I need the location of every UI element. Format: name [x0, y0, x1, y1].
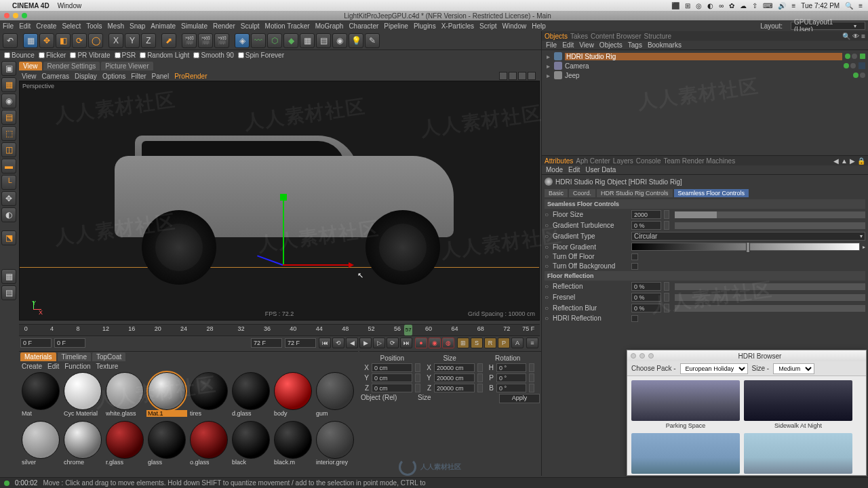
menu-motiontracker[interactable]: Motion Tracker	[265, 22, 310, 30]
nav-back-icon[interactable]: ◀	[833, 157, 839, 165]
objects-tab[interactable]: Objects	[545, 33, 568, 40]
obj-menu-file[interactable]: File	[546, 41, 557, 49]
spinner[interactable]	[477, 373, 483, 382]
play-button[interactable]: ▶	[359, 338, 372, 348]
spinforever-toggle[interactable]: Spin Forever	[238, 52, 284, 59]
menu-animate[interactable]: Animate	[151, 22, 176, 30]
goto-start-button[interactable]: ⏮	[319, 338, 331, 348]
grad-turb-slider[interactable]	[675, 222, 865, 229]
timeline-tab[interactable]: Timeline	[58, 352, 91, 361]
disclosure-icon[interactable]: ▸	[545, 53, 551, 60]
aphcenter-tab[interactable]: Aph Center	[576, 157, 610, 165]
preview-end-field[interactable]: 72 F	[251, 338, 282, 348]
pos-key-button[interactable]: ⊞	[457, 338, 469, 348]
prvibrate-toggle[interactable]: PR Vibrate	[70, 52, 110, 59]
teamrender-tab[interactable]: Team Render Machines	[664, 157, 736, 165]
turn-off-floor-checkbox[interactable]	[631, 253, 638, 260]
environment-button[interactable]: ▦	[300, 33, 315, 48]
topcoat-tab[interactable]: TopCoat	[92, 352, 125, 361]
traffic-lights[interactable]	[4, 13, 27, 18]
rotation-field[interactable]: 0 °	[496, 384, 526, 392]
planar-workplane-button[interactable]: ▤	[1, 285, 16, 300]
workplane-button[interactable]: ▤	[1, 110, 16, 125]
floor-size-slider[interactable]	[675, 211, 865, 218]
scale-key-button[interactable]: S	[471, 338, 483, 348]
viewport-nav-icon[interactable]	[499, 72, 507, 80]
spline-button[interactable]: 〰	[251, 33, 266, 48]
object-name[interactable]: Camera	[565, 62, 841, 70]
view-tab-view[interactable]: View	[19, 62, 42, 70]
prev-frame-button[interactable]: ◀	[346, 338, 358, 348]
tag-icon[interactable]	[860, 54, 865, 59]
menu-character[interactable]: Character	[349, 22, 378, 30]
viewport-nav-icon[interactable]	[518, 72, 526, 80]
deformer-button[interactable]: ◆	[283, 33, 298, 48]
rotate-tool[interactable]: ⟳	[72, 33, 87, 48]
structure-tab[interactable]: Structure	[644, 33, 672, 40]
scene-light-button[interactable]: 💡	[349, 33, 363, 48]
prev-key-button[interactable]: ⟲	[332, 338, 344, 348]
vmenu-cameras[interactable]: Cameras	[42, 73, 70, 80]
material-item[interactable]: body	[273, 372, 313, 420]
fresnel-field[interactable]: 0 %	[631, 293, 661, 302]
mac-menu-window[interactable]: Window	[58, 2, 82, 9]
reflection-slider[interactable]	[675, 283, 865, 290]
material-item[interactable]: glass	[146, 421, 187, 468]
menu-file[interactable]: File	[3, 22, 14, 30]
menu-render[interactable]: Render	[213, 22, 235, 30]
app-name[interactable]: CINEMA 4D	[12, 2, 50, 9]
disclosure-icon[interactable]: ▸	[545, 72, 551, 79]
menu-select[interactable]: Select	[62, 22, 81, 30]
spinner[interactable]	[415, 373, 420, 382]
material-item[interactable]: black.m	[273, 421, 313, 468]
mat-menu-edit[interactable]: Edit	[47, 363, 59, 370]
select-tool[interactable]: ▦	[23, 33, 38, 48]
obj-menu-view[interactable]: View	[579, 41, 594, 49]
subtab-coord[interactable]: Coord.	[569, 189, 595, 197]
coord-mode-dropdown[interactable]: Object (Rel)	[361, 394, 415, 403]
menu-tools[interactable]: Tools	[86, 22, 102, 30]
disclosure-icon[interactable]: ▸	[545, 62, 551, 70]
subtab-basic[interactable]: Basic	[545, 189, 568, 197]
light-button[interactable]: ◉	[332, 33, 347, 48]
model-mode-button[interactable]: ▦	[1, 77, 16, 92]
attr-menu-userdata[interactable]: User Data	[585, 166, 616, 174]
lock-icon[interactable]: 🔒	[857, 157, 865, 165]
next-key-button[interactable]: ⟳	[387, 338, 399, 348]
spinner[interactable]	[477, 363, 483, 372]
pack-dropdown[interactable]: European Holiday	[680, 363, 748, 374]
rot-key-button[interactable]: R	[484, 338, 496, 348]
floor-size-field[interactable]: 2000	[631, 210, 661, 219]
tray-icon[interactable]: ⌨	[763, 2, 772, 9]
lasso-tool[interactable]: ◯	[88, 33, 103, 48]
tray-icon[interactable]: ∞	[719, 2, 724, 9]
axis-mode-button[interactable]: └	[1, 175, 16, 190]
axis-z-button[interactable]: Z	[141, 33, 156, 48]
tray-icon[interactable]: ◐	[707, 2, 713, 9]
bounce-toggle[interactable]: Bounce	[4, 52, 35, 59]
material-item[interactable]: silver	[20, 421, 61, 468]
viewport-solo-button[interactable]: ◐	[1, 207, 16, 222]
vmenu-panel[interactable]: Panel	[152, 73, 170, 80]
rotation-field[interactable]: 0 °	[496, 363, 526, 372]
search-icon[interactable]: 🔍	[842, 33, 850, 40]
material-item[interactable]: o.glass	[189, 421, 229, 468]
view-tab-rendersettings[interactable]: Render Settings	[43, 62, 100, 70]
hdri-refl-checkbox[interactable]	[631, 315, 638, 322]
generator-button[interactable]: ⬡	[267, 33, 282, 48]
vmenu-display[interactable]: Display	[75, 73, 97, 80]
obj-menu-objects[interactable]: Objects	[599, 41, 623, 49]
attr-menu-edit[interactable]: Edit	[568, 166, 580, 174]
menu-sculpt[interactable]: Sculpt	[241, 22, 260, 30]
attr-menu-mode[interactable]: Mode	[546, 166, 563, 174]
param-key-button[interactable]: P	[498, 338, 510, 348]
view-tab-pictureviewer[interactable]: Picture Viewer	[101, 62, 153, 70]
keyframe-sel-button[interactable]: ◍	[442, 338, 454, 348]
contentbrowser-tab[interactable]: Content Browser	[591, 33, 641, 40]
timeline-ruler[interactable]: 0 4 8 12 16 20 24 28 32 36 40 44 48 52 5…	[19, 324, 540, 336]
layers-tab[interactable]: Layers	[613, 157, 633, 165]
render-settings-button[interactable]: 🎬	[214, 33, 229, 48]
edge-mode-button[interactable]: ◫	[1, 142, 16, 157]
tray-icon[interactable]: ☁	[740, 2, 747, 9]
tray-icon[interactable]: ◎	[696, 2, 702, 9]
